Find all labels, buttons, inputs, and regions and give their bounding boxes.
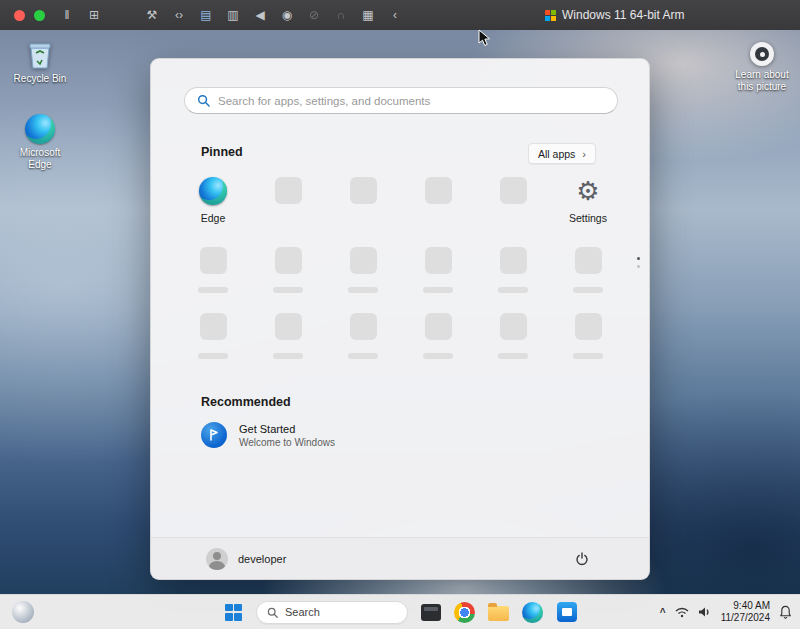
recommended-item-get-started[interactable]: Get Started Welcome to Windows bbox=[201, 422, 335, 448]
start-search-box[interactable] bbox=[184, 87, 618, 114]
headset-icon: ∩ bbox=[334, 0, 348, 30]
placeholder-tile-label bbox=[273, 353, 303, 359]
vm-toolbar: ‖ ⊞ ⚒ ‹› ▤ ▥ ◀ ◉ ⊘ ∩ ▦ ‹ bbox=[60, 0, 402, 30]
placeholder-tile-icon bbox=[275, 313, 302, 340]
desktop-icon-microsoft-edge[interactable]: Microsoft Edge bbox=[8, 114, 72, 171]
zoom-button[interactable] bbox=[34, 10, 45, 21]
start-button[interactable] bbox=[222, 601, 245, 624]
placeholder-tile-icon bbox=[425, 247, 452, 274]
desktop-wallpaper: Recycle Bin Microsoft Edge Learn about t… bbox=[0, 30, 800, 594]
placeholder-tile-icon bbox=[575, 247, 602, 274]
pinned-app-edge[interactable]: Edge bbox=[178, 177, 248, 224]
desktop-icon-label: Learn about this picture bbox=[730, 69, 794, 93]
sound-icon[interactable]: ◀ bbox=[253, 0, 267, 30]
placeholder-tile-icon bbox=[500, 313, 527, 340]
taskbar-corner-logo-icon[interactable] bbox=[12, 601, 34, 623]
store-button[interactable] bbox=[555, 601, 578, 624]
placeholder-tile-label bbox=[423, 287, 453, 293]
pinned-app-placeholder bbox=[403, 247, 473, 293]
notification-bell-icon[interactable] bbox=[779, 605, 792, 619]
file-explorer-button[interactable] bbox=[487, 601, 510, 624]
pinned-app-placeholder bbox=[178, 313, 248, 359]
pinned-app-placeholder bbox=[253, 313, 323, 359]
vm-window-title: Windows 11 64-bit Arm bbox=[545, 0, 685, 30]
desktop-icon-label: Microsoft Edge bbox=[8, 147, 72, 171]
pinned-app-placeholder bbox=[478, 177, 548, 224]
edge-icon bbox=[25, 114, 55, 144]
placeholder-tile-icon bbox=[275, 247, 302, 274]
power-button[interactable] bbox=[570, 547, 594, 571]
placeholder-tile-icon bbox=[275, 177, 302, 204]
task-view-button[interactable] bbox=[419, 601, 442, 624]
start-search-input[interactable] bbox=[218, 95, 605, 107]
placeholder-tile-label bbox=[498, 353, 528, 359]
pinned-app-placeholder bbox=[328, 247, 398, 293]
desktop-icon-learn-about-picture[interactable]: Learn about this picture bbox=[730, 42, 794, 93]
placeholder-tile-label bbox=[573, 287, 603, 293]
get-started-icon bbox=[201, 422, 227, 448]
tray-chevron-icon[interactable]: ^ bbox=[660, 607, 666, 618]
pinned-app-placeholder bbox=[328, 177, 398, 224]
page-dot-active[interactable] bbox=[637, 257, 640, 260]
windows-start-icon bbox=[225, 604, 242, 621]
pinned-app-label: Settings bbox=[569, 212, 607, 224]
pause-icon[interactable]: ‖ bbox=[60, 0, 74, 30]
placeholder-tile-label bbox=[498, 287, 528, 293]
taskbar-search-box[interactable]: Search bbox=[256, 601, 408, 624]
pinned-app-placeholder bbox=[478, 247, 548, 293]
drive-icon[interactable]: ▥ bbox=[226, 0, 240, 30]
pinned-app-placeholder bbox=[403, 313, 473, 359]
placeholder-tile-icon bbox=[500, 247, 527, 274]
pinned-page-indicator[interactable] bbox=[637, 257, 640, 268]
placeholder-tile-icon bbox=[350, 177, 377, 204]
pinned-app-placeholder bbox=[178, 247, 248, 293]
display-icon[interactable]: ⊞ bbox=[87, 0, 101, 30]
user-name[interactable]: developer bbox=[238, 553, 286, 565]
screen: ‖ ⊞ ⚒ ‹› ▤ ▥ ◀ ◉ ⊘ ∩ ▦ ‹ Windows 11 64-b… bbox=[0, 0, 800, 629]
placeholder-tile-icon bbox=[350, 247, 377, 274]
placeholder-tile-label bbox=[423, 353, 453, 359]
all-apps-button[interactable]: All apps › bbox=[528, 143, 596, 164]
taskbar: Search ^ 9:40 AM 11/27/2024 bbox=[0, 594, 800, 629]
vm-title-text: Windows 11 64-bit Arm bbox=[562, 8, 685, 22]
placeholder-tile-icon bbox=[350, 313, 377, 340]
pinned-app-placeholder bbox=[253, 247, 323, 293]
placeholder-tile-icon bbox=[500, 177, 527, 204]
edge-button[interactable] bbox=[521, 601, 544, 624]
page-dot[interactable] bbox=[637, 265, 640, 268]
windows-logo-icon bbox=[545, 10, 556, 21]
chrome-button[interactable] bbox=[453, 601, 476, 624]
chrome-icon bbox=[454, 602, 475, 623]
close-button[interactable] bbox=[14, 10, 25, 21]
pinned-app-placeholder bbox=[553, 247, 623, 293]
desktop-icon-label: Recycle Bin bbox=[14, 73, 67, 85]
task-view-icon bbox=[421, 604, 441, 621]
taskbar-clock[interactable]: 9:40 AM 11/27/2024 bbox=[721, 600, 770, 624]
tools-icon[interactable]: ⚒ bbox=[145, 0, 159, 30]
recommended-item-text: Get Started Welcome to Windows bbox=[239, 423, 335, 448]
mouse-cursor bbox=[478, 29, 491, 47]
placeholder-tile-icon bbox=[425, 313, 452, 340]
placeholder-tile-icon bbox=[200, 247, 227, 274]
pinned-app-label: Edge bbox=[201, 212, 226, 224]
all-apps-label: All apps bbox=[538, 148, 575, 160]
back-icon[interactable]: ‹ bbox=[388, 0, 402, 30]
folder-icon bbox=[488, 606, 509, 621]
recommended-item-subtitle: Welcome to Windows bbox=[239, 437, 335, 448]
volume-icon[interactable] bbox=[698, 606, 712, 618]
desktop-icon-recycle-bin[interactable]: Recycle Bin bbox=[8, 40, 72, 85]
recommended-section-label: Recommended bbox=[201, 395, 291, 409]
recycle-bin-icon bbox=[26, 40, 54, 70]
network-icon[interactable] bbox=[675, 606, 689, 618]
printer-icon[interactable]: ▤ bbox=[199, 0, 213, 30]
placeholder-tile-label bbox=[348, 353, 378, 359]
camera-icon[interactable]: ◉ bbox=[280, 0, 294, 30]
user-avatar[interactable] bbox=[206, 548, 228, 570]
settings-gear-icon: ⚙ bbox=[576, 177, 599, 205]
keyboard-icon[interactable]: ▦ bbox=[361, 0, 375, 30]
vm-titlebar: ‖ ⊞ ⚒ ‹› ▤ ▥ ◀ ◉ ⊘ ∩ ▦ ‹ Windows 11 64-b… bbox=[0, 0, 800, 30]
taskbar-center-group: Search bbox=[222, 601, 578, 624]
resize-arrows-icon[interactable]: ‹› bbox=[172, 0, 186, 30]
placeholder-tile-icon bbox=[200, 313, 227, 340]
pinned-app-settings[interactable]: ⚙ Settings bbox=[553, 177, 623, 224]
